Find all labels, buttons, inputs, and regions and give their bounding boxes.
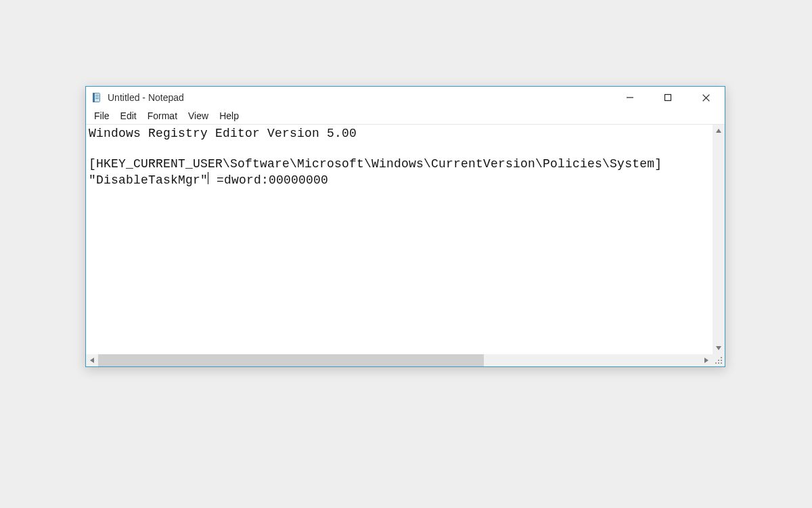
editor-line: "DisableTaskMgr" [89, 173, 208, 186]
vertical-scrollbar[interactable] [713, 125, 725, 354]
window-controls [611, 87, 725, 108]
close-button[interactable] [687, 87, 725, 108]
svg-rect-14 [721, 360, 722, 361]
maximize-button[interactable] [649, 87, 687, 108]
notepad-icon [91, 92, 102, 103]
svg-rect-13 [721, 362, 722, 364]
menu-edit[interactable]: Edit [115, 108, 142, 124]
svg-marker-9 [716, 129, 721, 133]
editor-line: [HKEY_CURRENT_USER\Software\Microsoft\Wi… [89, 157, 662, 171]
resize-grip-icon[interactable] [713, 354, 725, 366]
horizontal-scrollbar-track[interactable] [98, 354, 700, 366]
scroll-up-icon[interactable] [713, 125, 725, 137]
horizontal-scrollbar-thumb[interactable] [98, 354, 484, 366]
horizontal-scrollbar[interactable] [86, 354, 713, 366]
window-title: Untitled - Notepad [108, 92, 611, 103]
text-cursor [208, 172, 208, 185]
menu-view[interactable]: View [183, 108, 214, 124]
svg-marker-12 [704, 358, 708, 363]
menu-help[interactable]: Help [214, 108, 244, 124]
minimize-button[interactable] [611, 87, 649, 108]
svg-rect-18 [715, 362, 717, 364]
svg-rect-17 [718, 360, 719, 361]
svg-marker-10 [716, 346, 721, 350]
title-bar[interactable]: Untitled - Notepad [86, 87, 725, 108]
svg-rect-15 [718, 362, 719, 364]
editor-line: =dword:00000000 [209, 173, 328, 186]
svg-rect-16 [721, 357, 722, 358]
svg-marker-11 [90, 358, 94, 363]
scroll-right-icon[interactable] [700, 354, 713, 366]
menu-format[interactable]: Format [142, 108, 183, 124]
scroll-down-icon[interactable] [713, 342, 725, 354]
notepad-window: Untitled - Notepad File Edit Format View… [85, 86, 725, 367]
menu-file[interactable]: File [89, 108, 115, 124]
vertical-scrollbar-track[interactable] [713, 137, 725, 342]
editor-line: Windows Registry Editor Version 5.00 [89, 127, 357, 140]
client-area: Windows Registry Editor Version 5.00 [HK… [86, 125, 725, 366]
scroll-left-icon[interactable] [86, 354, 98, 366]
svg-rect-6 [665, 95, 671, 101]
menu-bar: File Edit Format View Help [86, 108, 725, 125]
text-editor[interactable]: Windows Registry Editor Version 5.00 [HK… [86, 125, 713, 354]
svg-rect-1 [93, 93, 95, 102]
